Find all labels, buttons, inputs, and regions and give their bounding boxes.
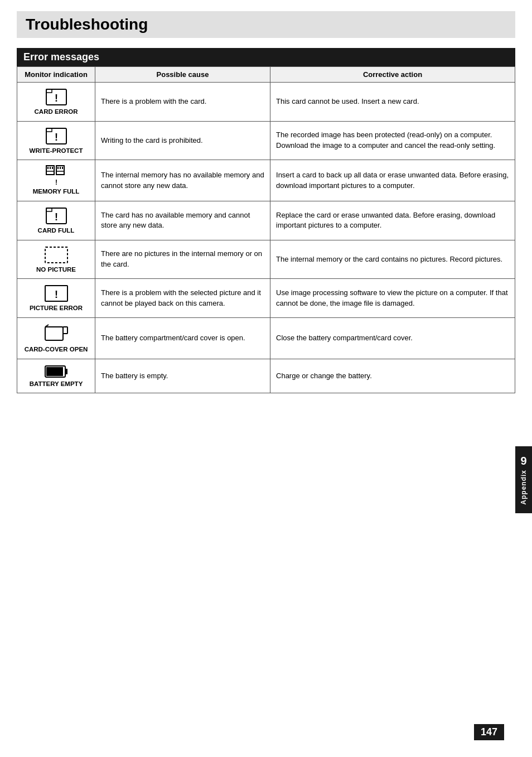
svg-text:!: !	[55, 289, 58, 300]
table-row: CARD-COVER OPENThe battery compartment/c…	[17, 318, 515, 359]
svg-text:!: !	[55, 211, 58, 223]
table-row: ! MEMORY FULLThe internal memory has no …	[17, 160, 515, 201]
monitor-cell-write-protect: ! WRITE-PROTECT	[17, 121, 95, 160]
table-row: ! CARD ERRORThere is a problem with the …	[17, 83, 515, 122]
svg-rect-23	[45, 327, 63, 340]
possible-cause-cell: The battery is empty.	[95, 359, 270, 393]
svg-rect-24	[63, 327, 67, 334]
svg-rect-20	[45, 247, 67, 263]
corrective-action-cell: Charge or change the battery.	[270, 359, 515, 393]
monitor-cell-memory-full: ! MEMORY FULL	[17, 160, 95, 201]
sidebar: 9 Appendix	[515, 446, 532, 513]
corrective-action-cell: This card cannot be used. Insert a new c…	[270, 83, 515, 122]
section-title: Error messages	[17, 48, 515, 66]
table-row: ! CARD FULLThe card has no available mem…	[17, 201, 515, 240]
corrective-action-cell: Use image processing software to view th…	[270, 279, 515, 318]
monitor-label: CARD FULL	[38, 226, 75, 235]
monitor-label: NO PICTURE	[36, 265, 76, 274]
possible-cause-cell: There is a problem with the card.	[95, 83, 270, 122]
corrective-action-cell: The internal memory or the card contains…	[270, 240, 515, 279]
monitor-cell-picture-error: ! PICTURE ERROR	[17, 279, 95, 318]
svg-text:!: !	[55, 179, 57, 186]
col-header-monitor: Monitor indication	[17, 67, 95, 83]
corrective-action-cell: Close the battery compartment/card cover…	[270, 318, 515, 359]
monitor-label: BATTERY EMPTY	[30, 379, 83, 389]
svg-rect-9	[52, 167, 53, 169]
table-row: ! WRITE-PROTECTWriting to the card is pr…	[17, 121, 515, 160]
corrective-action-cell: Insert a card to back up all data or era…	[270, 160, 515, 201]
possible-cause-cell: The internal memory has no available mem…	[95, 160, 270, 201]
possible-cause-cell: Writing to the card is prohibited.	[95, 121, 270, 160]
svg-text:!: !	[55, 132, 58, 143]
error-table: Monitor indication Possible cause Correc…	[17, 66, 515, 393]
possible-cause-cell: There are no pictures in the internal me…	[95, 240, 270, 279]
table-row: NO PICTUREThere are no pictures in the i…	[17, 240, 515, 279]
possible-cause-cell: The battery compartment/card cover is op…	[95, 318, 270, 359]
table-row: ! PICTURE ERRORThere is a problem with t…	[17, 279, 515, 318]
monitor-label: PICTURE ERROR	[30, 303, 83, 313]
svg-rect-7	[47, 167, 49, 169]
table-row: BATTERY EMPTYThe battery is empty.Charge…	[17, 359, 515, 393]
monitor-cell-no-picture: NO PICTURE	[17, 240, 95, 279]
monitor-label: CARD ERROR	[35, 107, 78, 117]
svg-rect-14	[62, 167, 63, 169]
possible-cause-cell: There is a problem with the selected pic…	[95, 279, 270, 318]
svg-rect-8	[50, 167, 51, 169]
monitor-cell-card-cover: CARD-COVER OPEN	[17, 318, 95, 359]
page-number: 147	[474, 724, 504, 740]
possible-cause-cell: The card has no available memory and can…	[95, 201, 270, 240]
svg-rect-28	[65, 369, 67, 374]
corrective-action-cell: Replace the card or erase unwanted data.…	[270, 201, 515, 240]
page-title: Troubleshooting	[17, 11, 515, 38]
sidebar-number: 9	[520, 455, 526, 467]
corrective-action-cell: The recorded image has been protected (r…	[270, 121, 515, 160]
svg-rect-29	[46, 367, 63, 376]
monitor-cell-card-error: ! CARD ERROR	[17, 83, 95, 122]
monitor-cell-card-full: ! CARD FULL	[17, 201, 95, 240]
svg-rect-13	[60, 167, 61, 169]
page-container: Troubleshooting Error messages Monitor i…	[0, 0, 532, 416]
svg-text:!: !	[55, 93, 58, 104]
monitor-label: MEMORY FULL	[33, 187, 80, 196]
monitor-label: CARD-COVER OPEN	[25, 345, 88, 354]
monitor-label: WRITE-PROTECT	[30, 146, 83, 156]
col-header-action: Corrective action	[270, 67, 515, 83]
monitor-cell-battery-empty: BATTERY EMPTY	[17, 359, 95, 393]
col-header-cause: Possible cause	[95, 67, 270, 83]
svg-rect-12	[57, 167, 59, 169]
sidebar-text: Appendix	[520, 470, 528, 505]
